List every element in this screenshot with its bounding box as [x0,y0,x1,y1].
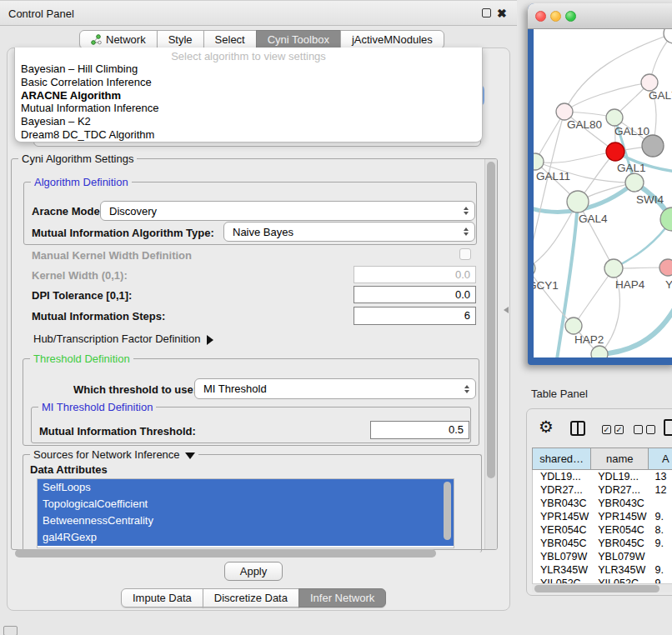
column-header[interactable]: shared… [532,448,591,470]
table-cell: YER054C [592,523,649,537]
column-header[interactable]: name [591,448,649,470]
node-table: shared…nameA YDL19...YDL19...13YDR27...Y… [532,448,672,583]
network-node[interactable] [565,318,582,334]
tab-cyni-toolbox[interactable]: Cyni Toolbox [256,30,341,49]
attribute-item[interactable]: gal4RGexp [38,529,454,546]
table-row[interactable]: YLR345WYLR345W9. [533,563,672,577]
table-hscrollbar-thumb[interactable] [534,585,659,592]
attribute-item[interactable]: BetweennessCentrality [38,512,454,529]
unchecked-checkbox-icon-1[interactable] [634,425,643,434]
table-cell: YDR27... [592,483,649,497]
columns-icon[interactable] [570,421,585,436]
table-row[interactable]: YIL052CYIL052C9 [533,577,672,583]
network-node[interactable] [625,173,644,192]
algorithm-placeholder: Select algorithm to view settings [15,48,482,62]
tab-label: Network [106,33,146,46]
tab-jactivemnodules[interactable]: jActiveMNodules [340,30,444,49]
table-cell: 13 [649,470,672,483]
aracne-mode-combobox[interactable]: Discovery [100,201,475,221]
float-icon[interactable] [482,8,491,18]
table-row[interactable]: YER054CYER054C8. [533,523,672,537]
column-header[interactable]: A [649,448,672,470]
network-node[interactable] [642,135,664,157]
table-cell: 9 [649,577,672,583]
algorithm-option[interactable]: Bayesian – Hill Climbing [15,62,482,76]
close-traffic-light-icon[interactable] [535,11,546,22]
tab-label: jActiveMNodules [352,33,433,46]
which-threshold-combobox[interactable]: MI Threshold [194,378,476,399]
control-panel-title: Control Panel [8,8,74,20]
mi-steps-field[interactable]: 6 [354,307,476,325]
table-toolbar: ⚙ ✓ ✓ [527,409,672,448]
tab-select[interactable]: Select [203,30,257,49]
manual-kernel-checkbox[interactable] [459,248,471,260]
network-node[interactable] [567,191,589,212]
hub-definition-label: Hub/Transcription Factor Definition [33,332,200,345]
algorithm-option[interactable]: Dream8 DC_TDC Algorithm [15,128,482,142]
table-cell: 8. [649,523,672,537]
sources-group-title[interactable]: Sources for Network Inference [30,448,198,461]
table-row[interactable]: YBR043CYBR043C [533,497,672,510]
network-canvas[interactable]: GAL7GAL80GAL10GAL1GAL11SWI4GAL4GCY1HAP4Y… [534,29,672,358]
network-node[interactable] [591,346,608,358]
settings-scrollbar-thumb[interactable] [487,162,495,478]
cyni-bottom-tabs: Impute DataDiscretize DataInfer Network [121,588,386,608]
table-row[interactable]: YBR045CYBR045C9. [533,537,672,550]
dock-mini-button[interactable] [3,626,18,635]
network-node[interactable] [664,29,672,43]
algorithm-option[interactable]: ARACNE Algorithm [15,89,482,102]
mi-threshold-field[interactable]: 0.5 [370,421,469,439]
attribute-item[interactable]: SelfLoops [38,479,454,496]
table-hscrollbar[interactable] [532,583,672,592]
minimize-traffic-light-icon[interactable] [550,11,561,22]
which-threshold-label: Which threshold to use: [73,383,197,396]
kernel-width-field[interactable]: 0.0 [354,266,476,283]
tab-label: Select [215,33,245,46]
tab-discretize-data[interactable]: Discretize Data [203,588,299,608]
mi-type-combobox[interactable]: Naive Bayes [223,222,475,242]
application-root: Control Panel ✖ NetworkStyleSelectCyni T… [0,0,672,635]
network-node[interactable] [604,259,623,278]
algorithm-option[interactable]: Mutual Information Inference [15,102,482,115]
settings-hscrollbar-thumb[interactable] [15,549,436,558]
expanded-arrow-icon [185,452,195,459]
checked-checkbox-icon-2[interactable]: ✓ [614,425,624,434]
network-node[interactable] [660,208,672,231]
unchecked-checkbox-icon-2[interactable] [646,425,655,434]
attributes-scrollbar[interactable] [444,482,451,540]
dpi-tolerance-field[interactable]: 0.0 [354,286,476,303]
aracne-mode-value: Discovery [109,205,157,218]
tab-impute-data[interactable]: Impute Data [121,588,203,608]
algorithm-option[interactable]: Basic Correlation Inference [15,76,482,89]
tab-network[interactable]: Network [79,30,158,49]
network-node[interactable] [606,142,624,161]
tab-infer-network[interactable]: Infer Network [298,588,386,608]
network-node[interactable] [556,103,573,120]
table-row[interactable]: YBL079WYBL079W [533,550,672,563]
tab-style[interactable]: Style [157,30,204,49]
network-node[interactable] [641,74,658,91]
hub-definition-toggle[interactable]: Hub/Transcription Factor Definition [33,332,213,345]
algorithm-option[interactable]: Bayesian – K2 [15,115,482,128]
table-row[interactable]: YDR27...YDR27...12 [533,483,672,497]
table-cell: YIL052C [533,577,592,583]
gear-icon[interactable]: ⚙ [539,417,554,437]
checked-checkbox-icon-1[interactable]: ✓ [602,425,611,434]
table-cell: YLR345W [533,563,592,577]
network-node[interactable] [606,109,623,126]
close-icon[interactable]: ✖ [497,8,507,18]
attribute-item[interactable]: TopologicalCoefficient [38,496,454,512]
table-row[interactable]: YDL19...YDL19...13 [533,470,672,483]
table-cell: YPR145W [533,510,592,523]
network-icon [91,34,102,45]
splitpane-collapse-icon[interactable] [504,307,509,313]
document-icon[interactable] [664,419,672,436]
table-row[interactable]: YPR145WYPR145W9. [533,510,672,523]
algorithm-list: Bayesian – Hill ClimbingBasic Correlatio… [15,62,482,142]
apply-button[interactable]: Apply [224,562,283,581]
table-cell: YBR043C [533,497,592,510]
settings-group-title: Cyni Algorithm Settings [18,152,137,165]
settings-scrollbar-track[interactable] [484,159,497,549]
zoom-traffic-light-icon[interactable] [565,11,576,22]
network-node[interactable] [659,259,672,276]
